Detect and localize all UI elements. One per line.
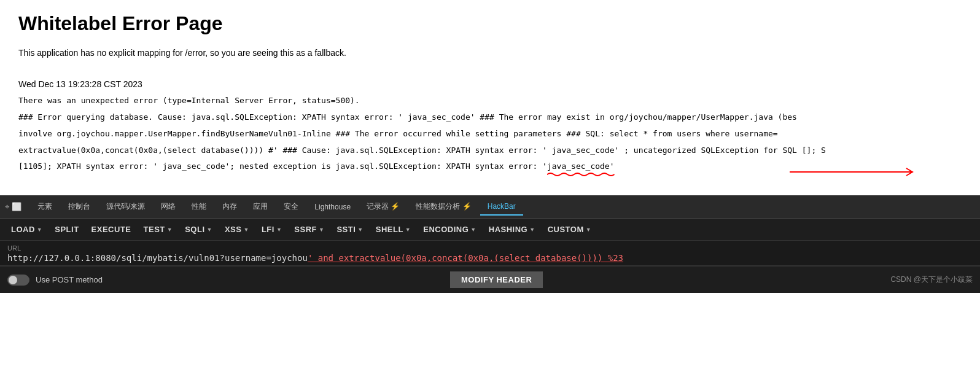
load-button[interactable]: LOAD ▼ bbox=[6, 222, 47, 236]
tab-application[interactable]: 应用 bbox=[246, 198, 275, 216]
test-dropdown-arrow: ▼ bbox=[167, 227, 173, 233]
element-picker-icon: ⬜ bbox=[12, 202, 21, 212]
tab-performance-insights[interactable]: 性能数据分析 ⚡ bbox=[408, 198, 478, 216]
error-title: Whitelabel Error Page bbox=[18, 12, 962, 35]
hackbar-bottom-left: Use POST method bbox=[7, 275, 103, 286]
hackbar-url-section: URL http://127.0.0.1:8080/sqli/mybatis/v… bbox=[0, 241, 980, 266]
error-content-wrapper: ### Error querying database. Cause: java… bbox=[18, 111, 962, 173]
devtools-icon-group: ⌖ ⬜ bbox=[5, 202, 21, 212]
custom-button[interactable]: CUSTOM ▼ bbox=[543, 222, 597, 236]
ssrf-button[interactable]: SSRF ▼ bbox=[289, 222, 329, 236]
error-subtitle: This application has no explicit mapping… bbox=[18, 46, 962, 60]
hashing-button[interactable]: HASHING ▼ bbox=[484, 222, 540, 236]
custom-dropdown-arrow: ▼ bbox=[586, 227, 591, 233]
ssrf-dropdown-arrow: ▼ bbox=[319, 227, 324, 233]
url-before: http://127.0.0.1:8080/sqli/mybatis/vuln0… bbox=[7, 253, 308, 263]
load-dropdown-arrow: ▼ bbox=[37, 227, 42, 233]
error-body: This application has no explicit mapping… bbox=[18, 46, 962, 173]
post-method-toggle[interactable] bbox=[7, 275, 29, 286]
ssti-button[interactable]: SSTI ▼ bbox=[332, 222, 368, 236]
error-timestamp: Wed Dec 13 19:23:28 CST 2023 bbox=[18, 77, 962, 91]
error-line5-highlight: java_sec_code' bbox=[547, 160, 615, 173]
tab-console[interactable]: 控制台 bbox=[61, 198, 98, 216]
modify-header-button[interactable]: MODIFY HEADER bbox=[450, 271, 543, 288]
error-line1: There was an unexpected error (type=Inte… bbox=[18, 95, 962, 107]
tab-lighthouse[interactable]: Lighthouse bbox=[307, 199, 358, 215]
tab-security[interactable]: 安全 bbox=[276, 198, 306, 216]
sqli-button[interactable]: SQLI ▼ bbox=[180, 222, 217, 236]
tab-performance[interactable]: 性能 bbox=[184, 198, 214, 216]
lfi-button[interactable]: LFI ▼ bbox=[257, 222, 287, 236]
error-page: Whitelabel Error Page This application h… bbox=[0, 0, 980, 195]
tab-sources[interactable]: 源代码/来源 bbox=[99, 198, 152, 216]
tab-recorder[interactable]: 记录器 ⚡ bbox=[359, 198, 407, 216]
xss-button[interactable]: XSS ▼ bbox=[220, 222, 254, 236]
post-method-label: Use POST method bbox=[36, 275, 103, 284]
error-line5-before: [1105]; XPATH syntax error: ' java_sec_c… bbox=[18, 162, 547, 171]
encoding-dropdown-arrow: ▼ bbox=[470, 227, 476, 233]
encoding-button[interactable]: ENCODING ▼ bbox=[418, 222, 481, 236]
hackbar-toolbar: LOAD ▼ SPLIT EXECUTE TEST ▼ SQLI ▼ XSS ▼… bbox=[0, 219, 980, 241]
tab-network[interactable]: 网络 bbox=[154, 198, 183, 216]
test-button[interactable]: TEST ▼ bbox=[139, 222, 178, 236]
error-line3: involve org.joychou.mapper.UserMapper.fi… bbox=[18, 128, 962, 141]
split-button[interactable]: SPLIT bbox=[50, 222, 84, 236]
shell-dropdown-arrow: ▼ bbox=[405, 227, 411, 233]
error-line2: ### Error querying database. Cause: java… bbox=[18, 111, 962, 124]
execute-button[interactable]: EXECUTE bbox=[87, 222, 136, 236]
url-value[interactable]: http://127.0.0.1:8080/sqli/mybatis/vuln0… bbox=[7, 253, 973, 263]
error-line4: extractvalue(0x0a,concat(0x0a,(select da… bbox=[18, 144, 962, 157]
lfi-dropdown-arrow: ▼ bbox=[276, 227, 282, 233]
hackbar-bottom-bar: Use POST method MODIFY HEADER CSDN @天下是个… bbox=[0, 266, 980, 293]
credit-text: CSDN @天下是个小跋菜 bbox=[890, 275, 973, 285]
url-highlight: ' and extractvalue(0x0a,concat(0x0a,(sel… bbox=[308, 253, 623, 263]
xss-dropdown-arrow: ▼ bbox=[243, 227, 249, 233]
ssti-dropdown-arrow: ▼ bbox=[357, 227, 363, 233]
url-label: URL bbox=[7, 244, 973, 252]
hashing-dropdown-arrow: ▼ bbox=[529, 227, 535, 233]
tab-hackbar[interactable]: HackBar bbox=[480, 198, 523, 216]
tab-memory[interactable]: 内存 bbox=[215, 198, 244, 216]
devtools-panel: ⌖ ⬜ 元素 控制台 源代码/来源 网络 性能 内存 应用 安全 Lightho… bbox=[0, 195, 980, 293]
sqli-dropdown-arrow: ▼ bbox=[207, 227, 212, 233]
shell-button[interactable]: SHELL ▼ bbox=[371, 222, 416, 236]
cursor-icon: ⌖ bbox=[5, 202, 9, 212]
tab-elements[interactable]: 元素 bbox=[30, 198, 60, 216]
devtools-tabbar: ⌖ ⬜ 元素 控制台 源代码/来源 网络 性能 内存 应用 安全 Lightho… bbox=[0, 195, 980, 219]
